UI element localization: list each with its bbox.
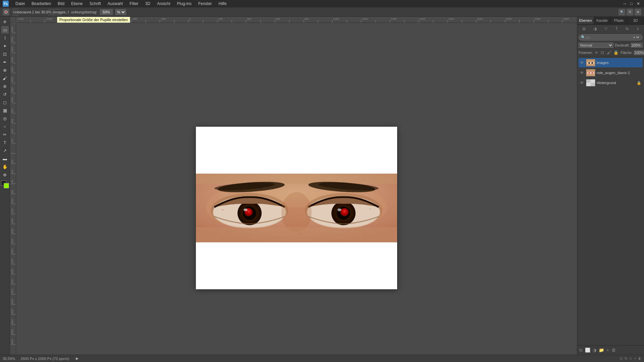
text-icon[interactable]: T <box>615 26 619 32</box>
layer-item-redeye[interactable]: 👁 rote_augen_davor-1 <box>579 68 643 77</box>
tool-brush[interactable]: 🖌 <box>1 74 9 82</box>
tool-path-select[interactable]: ↗ <box>1 147 9 154</box>
status-icon-1[interactable]: ⊡ <box>620 357 623 360</box>
tool-gradient[interactable]: ▦ <box>1 107 9 114</box>
window-controls: ─ □ ✕ <box>622 1 641 6</box>
tab-pfade[interactable]: Pfade <box>611 17 628 24</box>
tool-lasso[interactable]: ⌇ <box>1 34 9 42</box>
layer-name-images: images <box>597 61 641 65</box>
tool-select-rect[interactable]: ▭ <box>1 26 9 34</box>
svg-point-1 <box>5 11 7 13</box>
layer-kind-select[interactable]: ▾ <box>632 35 640 40</box>
tool-crop[interactable]: ⊡ <box>1 50 9 58</box>
add-fx-button[interactable]: fx <box>579 347 583 353</box>
menu-plugins[interactable]: Plug-ins <box>176 1 193 7</box>
status-icon-4[interactable]: + <box>634 357 636 360</box>
tool-magic-wand[interactable]: ✦ <box>1 42 9 50</box>
menu-bearbeiten[interactable]: Bearbeiten <box>30 1 52 7</box>
window-minimize[interactable]: ─ <box>622 1 628 6</box>
menu-ansicht[interactable]: Ansicht <box>156 1 171 7</box>
blend-mode-row: Normal Deckraft: <box>577 42 644 49</box>
menu-schrift[interactable]: Schrift <box>88 1 102 7</box>
panel-tabs: Ebenen Kanäle Pfade 3D <box>577 17 644 24</box>
window-maximize[interactable]: □ <box>629 1 634 6</box>
tool-hand[interactable]: ✋ <box>1 163 9 170</box>
tool-zoom[interactable]: ⊕ <box>1 171 9 178</box>
status-icon[interactable]: ▶ <box>76 356 78 361</box>
canvas-area[interactable] <box>16 23 577 355</box>
tool-clone-stamp[interactable]: ⊛ <box>1 82 9 90</box>
window-close[interactable]: ✕ <box>635 1 641 6</box>
svg-rect-44 <box>586 79 591 83</box>
tool-move[interactable]: ✛ <box>1 18 9 25</box>
tool-shape[interactable]: ▬ <box>1 155 9 162</box>
menu-3d[interactable]: 3D <box>144 1 152 7</box>
vector-mask-icon[interactable]: ▽ <box>604 26 608 32</box>
add-layer-button[interactable]: + <box>606 347 610 353</box>
layer-visibility-redeye[interactable]: 👁 <box>580 70 585 75</box>
layer-lock-bg: 🔒 <box>637 81 641 85</box>
fix-row: Fixieren: ✛ ⊡ 🖌 🔒 Fläche: <box>577 49 644 57</box>
status-icon-5[interactable]: 🗑 <box>638 357 641 360</box>
menu-bild[interactable]: Bild <box>56 1 66 7</box>
settings-icon[interactable]: ⚙ <box>635 9 641 15</box>
layer-item-background[interactable]: 👁 Hintergrund 🔒 <box>579 78 643 87</box>
layer-visibility-images[interactable]: 👁 <box>580 60 585 65</box>
tool-eraser[interactable]: ◻ <box>1 99 9 106</box>
status-icon-3[interactable]: ◻ <box>629 357 632 360</box>
opacity-input[interactable] <box>631 43 643 48</box>
layer-visibility-bg[interactable]: 👁 <box>580 80 585 85</box>
fix-pixel-icon[interactable]: ⊡ <box>600 50 605 56</box>
fx-icon[interactable]: fx <box>625 26 630 32</box>
fix-brush-icon[interactable]: 🖌 <box>606 50 611 56</box>
tab-3d[interactable]: 3D <box>627 17 644 24</box>
document-info: Unbenannt-1 bei 30,6% (images, I <box>11 9 71 15</box>
tool-eyedropper[interactable]: ✒ <box>1 58 9 66</box>
svg-point-42 <box>592 72 593 74</box>
blend-mode-select[interactable]: Normal <box>579 43 613 48</box>
layers-panel: Ebenen Kanäle Pfade 3D ⊞ ◑ ▽ T fx ≡ 🔍 ▾ … <box>577 17 644 355</box>
adjustment-icon[interactable]: ◑ <box>593 26 597 32</box>
add-mask-button[interactable]: ⬜ <box>584 347 591 353</box>
tool-icon-redeye[interactable] <box>3 9 9 15</box>
ruler-left <box>10 23 16 355</box>
fix-lock-icon[interactable]: 🔒 <box>613 50 619 56</box>
foreground-color[interactable] <box>1 180 9 188</box>
svg-point-30 <box>222 209 224 211</box>
delete-layer-button[interactable]: 🗑 <box>611 347 616 353</box>
blur-input[interactable] <box>100 9 113 15</box>
tool-spot-heal[interactable]: ⊕ <box>1 66 9 74</box>
tool-pen[interactable]: ✏ <box>1 131 9 138</box>
tool-history-brush[interactable]: ↺ <box>1 90 9 98</box>
layer-name-bg: Hintergrund <box>597 81 635 85</box>
layer-search-input[interactable] <box>586 36 632 40</box>
tool-blur[interactable]: ◎ <box>1 115 9 122</box>
add-group-button[interactable]: 📁 <box>598 347 605 353</box>
create-group-icon[interactable]: ⊞ <box>582 26 586 32</box>
menu-ebene[interactable]: Ebene <box>70 1 84 7</box>
tab-kanaele[interactable]: Kanäle <box>594 17 611 24</box>
menu-hilfe[interactable]: Hilfe <box>217 1 228 7</box>
tool-dodge[interactable]: ○ <box>1 123 9 130</box>
menu-datei[interactable]: Datei <box>14 1 26 7</box>
svg-point-40 <box>589 72 590 74</box>
svg-rect-45 <box>591 83 595 86</box>
document-canvas <box>196 127 397 289</box>
fix-pos-icon[interactable]: ✛ <box>594 50 599 56</box>
tool-text[interactable]: T <box>1 139 9 146</box>
layer-item-images[interactable]: 👁 images <box>579 58 643 67</box>
blur-select[interactable]: % <box>115 9 126 15</box>
main-layout: ✛ ▭ ⌇ ✦ ⊡ ✒ ⊕ 🖌 ⊛ ↺ ◻ ▦ ◎ ○ ✏ T ↗ ▬ ✋ ⊕ <box>0 17 644 355</box>
status-icon-2[interactable]: fx <box>625 357 627 360</box>
search-icon[interactable]: 🔍 <box>619 9 625 15</box>
layer-search[interactable]: 🔍 ▾ <box>579 34 643 41</box>
menu-filter[interactable]: Filter <box>128 1 140 7</box>
tab-ebenen[interactable]: Ebenen <box>577 17 594 24</box>
fill-input[interactable] <box>634 50 644 55</box>
menu-auswahl[interactable]: Auswahl <box>106 1 124 7</box>
status-bar: 30,59% 2600 Px x 2000 Px (72 ppcm) ▶ ⊡ f… <box>0 355 644 362</box>
add-adjustment-button[interactable]: ◑ <box>592 347 597 353</box>
arrange-icon[interactable]: ⧉ <box>627 9 633 15</box>
menu-fenster[interactable]: Fenster <box>197 1 213 7</box>
properties-icon[interactable]: ≡ <box>636 26 640 32</box>
